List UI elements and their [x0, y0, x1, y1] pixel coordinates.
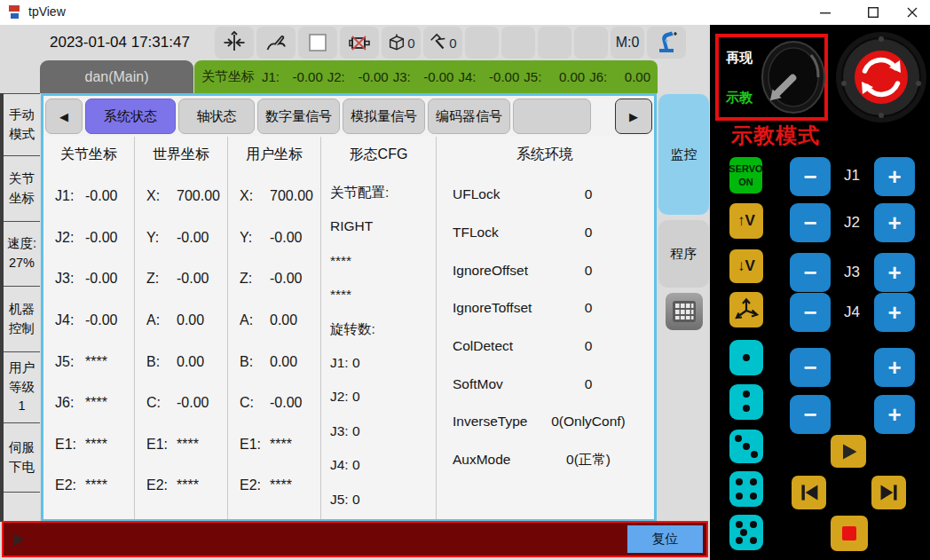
step-forward-button[interactable] — [871, 476, 906, 509]
tab-analog-signals[interactable]: 模拟量信号 — [343, 99, 425, 134]
emergency-stop-button[interactable] — [834, 30, 928, 128]
close-button[interactable] — [896, 0, 928, 25]
jog-j4-minus-button[interactable]: − — [790, 293, 831, 332]
group-2-button[interactable] — [729, 384, 763, 420]
coord-value: 0.00 — [177, 312, 204, 328]
speed-down-button[interactable]: ↓V — [729, 249, 763, 283]
toolbar-empty-button-3[interactable] — [538, 27, 571, 59]
group-1-button[interactable] — [729, 340, 763, 375]
jog-axis6-plus-button[interactable]: + — [874, 395, 915, 434]
hand-icon — [264, 31, 288, 54]
center-converge-button[interactable] — [215, 27, 254, 59]
jog-j2-minus-button[interactable]: − — [790, 203, 831, 242]
coord-key: X: — [240, 188, 270, 204]
joint-value: -0.00 — [489, 69, 519, 84]
sidebar-item-joint-coord[interactable]: 关节 坐标 — [0, 156, 40, 222]
env-row: AuxMode0(正常) — [437, 441, 653, 479]
tabs-scroll-left-button[interactable]: ◀ — [45, 99, 83, 134]
jog-j3-minus-button[interactable]: − — [790, 253, 831, 292]
world-coord-column: 世界坐标 X:700.00 Y:-0.00 Z:-0.00 A:0.00 B:0… — [135, 137, 228, 519]
env-key: TFLock — [453, 225, 499, 241]
monitor-panel: ◀ 系统状态 轴状态 数字量信号 模拟量信号 编码器信号 ▶ 关节坐标 J1:-… — [41, 93, 657, 522]
coord-row: E1:**** — [43, 424, 134, 466]
toolbar-empty-button-4[interactable] — [574, 27, 608, 59]
tab-digital-signals[interactable]: 数字量信号 — [257, 99, 340, 134]
maximize-icon — [868, 7, 879, 18]
robot-model-button[interactable] — [647, 27, 686, 59]
sidebar-item-manual-mode[interactable]: 手动 模式 — [0, 93, 40, 156]
die-4-icon — [729, 471, 763, 507]
servo-on-button[interactable]: SERVO ON — [729, 157, 762, 193]
keypad-button[interactable] — [666, 293, 703, 330]
coord-value: **** — [177, 477, 199, 493]
play-icon — [838, 441, 859, 462]
axes-icon — [734, 297, 759, 322]
tab-axis-status[interactable]: 轴状态 — [178, 99, 255, 134]
jog-axis5-minus-button[interactable]: − — [790, 348, 831, 387]
toolbar-empty-button-1[interactable] — [465, 27, 499, 59]
toolbar-empty-button-2[interactable] — [501, 27, 535, 59]
coord-row: E2:**** — [135, 465, 227, 507]
tabs-scroll-right-button[interactable]: ▶ — [615, 99, 652, 134]
hand-guide-button[interactable] — [256, 27, 296, 59]
cfg-line: **** — [321, 278, 436, 312]
m-counter: M:0 — [611, 27, 644, 59]
coord-value: 0.00 — [177, 354, 204, 370]
joint-readout: J2:-0.00 — [327, 69, 389, 84]
coord-row: J1:-0.00 — [43, 176, 134, 217]
env-value: 0 — [540, 300, 637, 316]
stop-button[interactable] — [831, 516, 868, 551]
env-row: InverseType0(OnlyConf) — [437, 403, 653, 441]
group-5-button[interactable] — [729, 515, 763, 550]
sidebar-item-speed[interactable]: 速度: 27% — [0, 222, 40, 287]
side-tab-program[interactable]: 程序 — [658, 220, 709, 288]
alarm-expand-icon[interactable] — [14, 533, 24, 546]
cfg-line: J2: 0 — [321, 380, 436, 414]
env-key: SoftMov — [453, 376, 503, 392]
tab-system-status[interactable]: 系统状态 — [85, 99, 176, 134]
coord-key: J3: — [55, 271, 85, 287]
tool-frame-button[interactable]: 0 — [423, 27, 462, 59]
coord-row: A:0.00 — [135, 300, 227, 342]
coord-system-button[interactable] — [729, 292, 763, 327]
user-frame-button[interactable]: 0 — [382, 27, 421, 59]
coord-key: Y: — [240, 230, 270, 246]
mode-switch-knob[interactable] — [760, 39, 827, 119]
jog-axis-label: J4 — [837, 304, 867, 321]
mode-switch-highlight-box: 再现 示教 — [715, 34, 828, 121]
sidebar-item-machine-control[interactable]: 机器 控制 — [0, 287, 40, 352]
jog-j1-plus-button[interactable]: + — [874, 157, 915, 196]
reset-button[interactable]: 复位 — [627, 525, 703, 553]
jog-axis6-minus-button[interactable]: − — [790, 395, 831, 434]
coord-row: Z:-0.00 — [228, 258, 320, 300]
coord-row: E1:**** — [135, 424, 227, 466]
jog-j3-plus-button[interactable]: + — [874, 253, 915, 292]
minimize-button[interactable] — [809, 0, 841, 25]
coord-key: B: — [146, 354, 177, 370]
run-button[interactable] — [831, 435, 866, 468]
joint-key: J6: — [589, 69, 607, 84]
jog-axis5-plus-button[interactable]: + — [874, 348, 915, 387]
motor-disabled-button[interactable] — [340, 27, 379, 59]
jog-j1-minus-button[interactable]: − — [790, 157, 831, 196]
mode-teach-label: 示教 — [726, 90, 753, 106]
tool-icon — [429, 32, 448, 53]
coord-value: **** — [85, 395, 107, 411]
maximize-button[interactable] — [857, 0, 889, 25]
tab-encoder-signals[interactable]: 编码器信号 — [428, 99, 510, 134]
jog-j2-plus-button[interactable]: + — [874, 203, 915, 242]
env-value: 0 — [540, 338, 637, 354]
tab-blank[interactable] — [513, 99, 591, 134]
program-file-tab[interactable]: dan(Main) — [40, 60, 193, 93]
side-tab-monitor[interactable]: 监控 — [658, 94, 709, 215]
group-4-button[interactable] — [729, 471, 763, 507]
jog-j4-plus-button[interactable]: + — [874, 293, 915, 332]
sidebar-item-servo-off[interactable]: 伺服 下电 — [0, 423, 40, 493]
step-back-button[interactable] — [792, 476, 826, 509]
group-3-button[interactable] — [729, 430, 763, 463]
window-title: tpView — [28, 4, 66, 19]
coord-value: -0.00 — [85, 230, 117, 246]
speed-up-button[interactable]: ↑V — [729, 203, 763, 239]
sidebar-item-user-level[interactable]: 用户 等级 1 — [0, 352, 40, 423]
checkbox-button[interactable] — [298, 27, 337, 59]
